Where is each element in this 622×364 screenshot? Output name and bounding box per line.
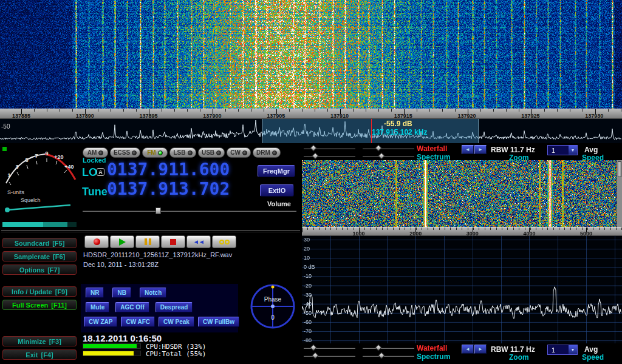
s-units-label: S-units [7,189,25,195]
spectrum-contrast-slider[interactable] [363,352,414,360]
mode-led-icon [272,150,277,155]
cw-zap-button[interactable]: CW ZAP [84,317,117,327]
nr-button[interactable]: NR [86,288,104,298]
slider-thumb[interactable] [375,144,382,151]
slider-thumb[interactable] [378,152,385,159]
mode-button-usb[interactable]: USB [198,147,225,158]
dsp-row: NRNBNotch [86,288,166,298]
vfo-a-badge[interactable]: A [97,168,104,176]
cw-fullbw-button[interactable]: CW FullBw [198,317,239,327]
main-spectrum-display[interactable]: -50 -55.9 dB 137.915.102 kHz [0,119,622,143]
mute-button[interactable]: Mute [86,302,109,312]
despread-button[interactable]: Despread [156,302,193,312]
lo-frequency-display[interactable]: 0137.911.600 [107,161,230,178]
zoom-select-value: 1 [548,345,569,354]
record-button[interactable] [84,235,109,248]
mode-button-ecss[interactable]: ECSS [110,147,140,158]
af-spectrum-display[interactable] [302,236,622,343]
waterfall-brightness-slider[interactable] [304,144,355,152]
slider-thumb[interactable] [312,152,319,159]
button-label: Minimize [18,338,46,345]
soundcard-button[interactable]: Soundcard[F5] [2,238,77,248]
scroll-right-button[interactable]: ► [474,345,487,354]
cw-peak-button[interactable]: CW Peak [159,317,194,327]
avg-label: Avg [584,146,598,154]
cw-afc-button[interactable]: CW AFC [121,317,155,327]
spectrum-brightness-slider[interactable] [304,152,355,160]
tune-frequency-display[interactable]: 0137.913.702 [107,181,230,198]
spectrum-brightness-slider[interactable] [304,352,355,360]
stop-button[interactable] [161,235,185,248]
scroll-left-button[interactable]: ◄ [462,345,474,354]
tuning-slider-groove[interactable] [1,231,300,232]
samplerate-button[interactable]: Samplerate[F6] [2,251,77,261]
spectrum-tab-label[interactable]: Spectrum [417,352,450,361]
waterfall-contrast-slider[interactable] [363,144,414,152]
button-key-hint: [F11] [51,302,67,309]
extio-button[interactable]: ExtIO [260,184,294,197]
waterfall-contrast-slider[interactable] [363,344,414,352]
frequency-ruler[interactable]: 1378851378901378951379001379051379101379… [0,109,622,119]
scroll-left-button[interactable]: ◄ [462,145,474,154]
cpu-hdsdr-fill [83,344,137,348]
button-key-hint: [F7] [47,266,60,274]
mode-button-lsb[interactable]: LSB [169,147,196,158]
mode-led-icon [216,150,221,155]
squelch-level-bar[interactable] [2,222,77,227]
loop-button[interactable] [212,235,236,248]
dsp-row: MuteAGC OffDespread [86,302,193,312]
db-axis-label: -50 [1,123,10,130]
scroll-right-button[interactable]: ► [474,145,487,154]
notch-button[interactable]: Notch [140,288,166,298]
play-button[interactable] [110,235,134,248]
full-screen-button[interactable]: Full Screen[F11] [2,300,77,310]
dropdown-arrow-icon[interactable]: ▼ [569,146,577,155]
button-label: Soundcard [15,240,49,247]
frequency-tick-label: 137895 [135,113,162,119]
volume-slider-thumb[interactable] [156,207,161,214]
slider-thumb[interactable] [310,144,316,151]
dropdown-arrow-icon[interactable]: ▼ [569,345,577,354]
slider-thumb[interactable] [378,352,385,359]
rewind-button[interactable]: ◄◄ [186,235,211,248]
exit-button[interactable]: Exit[F4] [2,349,77,360]
mode-button-fm[interactable]: FM [142,147,168,158]
s-meter-scale-label: 7 [35,153,38,159]
s-meter-scale-label: +20 [54,154,63,160]
options-button[interactable]: Options[F7] [2,265,77,275]
waterfall-brightness-slider[interactable] [304,344,355,352]
file-name: HDSDR_20111210_125611Z_137912kHz_RF.wav [83,251,232,258]
passband-selection-region[interactable] [262,119,479,143]
waterfall-tab-label[interactable]: Waterfall [417,144,447,153]
frequency-tick-label: 137900 [199,113,225,119]
mode-button-cw[interactable]: CW [227,147,251,158]
mode-button-drm[interactable]: DRM [253,147,281,158]
minimize-button[interactable]: Minimize[F3] [2,336,77,346]
cpu-total-bar [83,351,141,356]
pause-button[interactable] [135,235,160,248]
rf-waterfall-display[interactable] [302,160,617,227]
rf-frequency-ruler[interactable]: 10002000300040005000 [302,227,622,236]
freqmgr-button[interactable]: FreqMgr [258,165,295,177]
main-waterfall-display[interactable] [0,0,622,109]
slider-thumb[interactable] [375,344,382,351]
button-label: Samplerate [14,253,50,260]
slider-thumb[interactable] [312,352,319,359]
rf-waterfall-scrollbar[interactable] [617,160,622,227]
rbw-label: RBW 11.7 Hz [491,146,535,154]
meter-needle-knob[interactable] [5,207,10,212]
waterfall-tab-label[interactable]: Waterfall [417,344,447,352]
cursor-frequency-label: 137.915.102 kHz [372,128,427,136]
slider-thumb[interactable] [310,344,316,351]
mode-label: LSB [174,149,186,156]
zoom-select[interactable]: 1▼ [547,345,578,355]
nb-button[interactable]: NB [112,288,131,298]
scrollbar-thumb[interactable] [618,161,621,177]
spectrum-contrast-slider[interactable] [363,152,414,160]
play-icon [119,238,126,246]
zoom-select[interactable]: 1▼ [547,145,578,155]
info-update-button[interactable]: Info / Update[F9] [2,286,77,297]
volume-slider[interactable] [83,207,296,215]
mode-button-am[interactable]: AM [83,147,108,158]
agc-off-button[interactable]: AGC Off [115,302,149,312]
